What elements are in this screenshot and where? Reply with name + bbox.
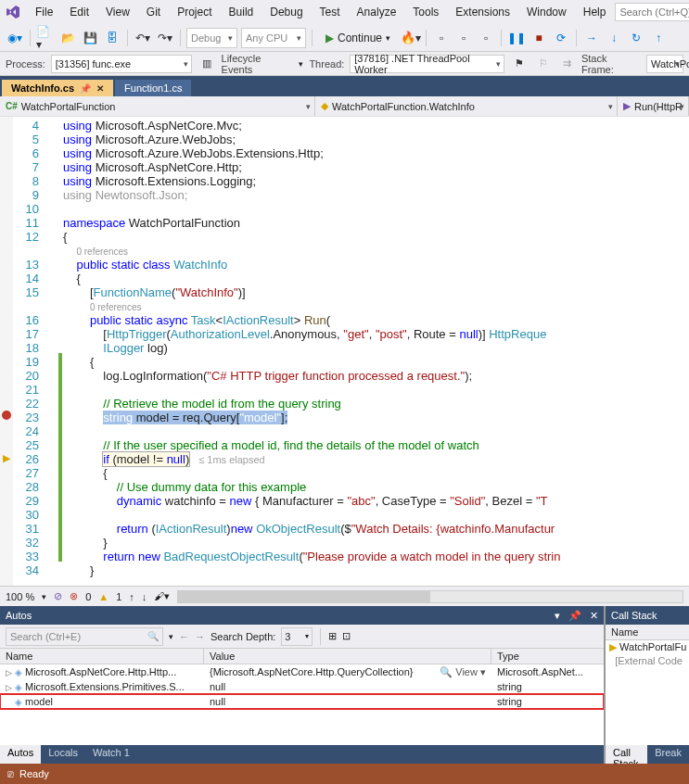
callstack-row[interactable]: ▶ WatchPortalFu <box>606 640 689 654</box>
tool-icon-3[interactable]: ▫ <box>477 29 495 47</box>
menu-bar: File Edit View Git Project Build Debug T… <box>0 0 689 24</box>
tool-icon[interactable]: ⊞ <box>328 630 337 642</box>
bottom-panel-area: Autos ▾ 📌 ✕ Search (Ctrl+E) ▾ ← → Search… <box>0 606 689 764</box>
autos-toolbar: Search (Ctrl+E) ▾ ← → Search Depth: 3▾ ⊞… <box>0 625 604 649</box>
nav-project-combo[interactable]: C# WatchPortalFunction <box>0 96 315 116</box>
tab-breakpoints[interactable]: Break <box>647 745 689 764</box>
autos-row[interactable]: ▷◈Microsoft.AspNetCore.Http.Http...{Micr… <box>0 664 604 679</box>
undo-icon[interactable]: ↶▾ <box>134 29 152 47</box>
nav-type-combo[interactable]: ◆ WatchPortalFunction.WatchInfo <box>315 96 618 116</box>
back-nav-icon[interactable]: ◉▾ <box>6 29 24 47</box>
col-value-header[interactable]: Value <box>204 649 491 664</box>
tab-watch1[interactable]: Watch 1 <box>85 745 137 764</box>
menu-tools[interactable]: Tools <box>405 3 446 21</box>
step-next-icon[interactable]: → <box>582 29 601 47</box>
pause-icon[interactable]: ❚❚ <box>507 29 526 47</box>
pin-icon[interactable]: 📌 <box>80 83 91 94</box>
tab-locals[interactable]: Locals <box>41 745 85 764</box>
col-type-header[interactable]: Type <box>491 649 604 664</box>
lifecycle-label: Lifecycle Events <box>222 53 294 75</box>
stop-icon[interactable]: ■ <box>530 29 548 47</box>
tab-callstack[interactable]: Call Stack <box>606 745 647 764</box>
solution-platform-combo[interactable]: Any CPU <box>241 28 306 48</box>
step-over-icon[interactable]: ↻ <box>627 29 645 47</box>
menu-extensions[interactable]: Extensions <box>448 3 517 21</box>
callstack-col-name[interactable]: Name <box>606 625 689 640</box>
zoom-level[interactable]: 100 % <box>6 591 34 602</box>
lifecycle-icon[interactable]: ▥ <box>198 55 216 73</box>
nav-down-icon[interactable]: ↓ <box>142 591 147 602</box>
close-icon[interactable]: ✕ <box>96 83 104 94</box>
autos-row[interactable]: ◈modelnullstring <box>0 694 604 709</box>
new-item-icon[interactable]: 📄▾ <box>36 29 55 47</box>
menu-debug[interactable]: Debug <box>262 3 310 21</box>
redo-icon[interactable]: ↷▾ <box>156 29 174 47</box>
pin-icon[interactable]: 📌 <box>568 610 581 621</box>
col-name-header[interactable]: Name <box>0 649 204 664</box>
flag-icon[interactable]: ⚑ <box>510 55 529 73</box>
tab-watchinfo[interactable]: WatchInfo.cs 📌 ✕ <box>2 80 113 96</box>
quick-launch-input[interactable] <box>615 3 689 21</box>
autos-search-placeholder: Search (Ctrl+E) <box>10 631 81 642</box>
horizontal-scrollbar[interactable] <box>177 590 683 603</box>
restart-icon[interactable]: ⟳ <box>552 29 570 47</box>
open-icon[interactable]: 📂 <box>58 29 77 47</box>
menu-analyze[interactable]: Analyze <box>350 3 404 21</box>
search-depth-input[interactable]: 3▾ <box>281 627 313 646</box>
tool-icon-2[interactable]: ▫ <box>454 29 473 47</box>
callstack-body[interactable]: Name ▶ WatchPortalFu [External Code <box>606 625 689 745</box>
error-count-icon[interactable]: ⊗ <box>70 590 78 602</box>
threads-icon[interactable]: ⚐ <box>534 55 553 73</box>
process-label: Process: <box>6 58 45 70</box>
tab-function1[interactable]: Function1.cs <box>115 80 191 96</box>
tool-icon-2[interactable]: ⊡ <box>342 630 351 642</box>
main-toolbar: ◉▾ 📄▾ 📂 💾 🗄 ↶▾ ↷▾ Debug Any CPU ▶ Contin… <box>0 24 689 52</box>
callstack-row[interactable]: [External Code <box>606 654 689 667</box>
autos-search-input[interactable]: Search (Ctrl+E) <box>6 627 163 646</box>
tab-label: WatchInfo.cs <box>11 82 74 94</box>
menu-help[interactable]: Help <box>576 3 614 21</box>
debug-location-toolbar: Process: [31356] func.exe ▥ Lifecycle Ev… <box>0 52 689 76</box>
chevron-down-icon: ▾ <box>386 33 390 43</box>
save-all-icon[interactable]: 🗄 <box>103 29 121 47</box>
continue-button[interactable]: ▶ Continue ▾ <box>318 28 398 48</box>
autos-row[interactable]: ▷◈Microsoft.Extensions.Primitives.S...nu… <box>0 679 604 694</box>
nav-member-combo[interactable]: ▶ Run(HttpR <box>618 96 689 116</box>
process-combo[interactable]: [31356] func.exe <box>51 55 192 73</box>
stackframe-combo[interactable]: WatchPo <box>646 55 683 73</box>
health-icon[interactable]: ⊘ <box>54 590 62 602</box>
close-icon[interactable]: ✕ <box>590 610 598 621</box>
step-out-icon[interactable]: ↑ <box>649 29 668 47</box>
menu-window[interactable]: Window <box>519 3 574 21</box>
save-icon[interactable]: 💾 <box>81 29 99 47</box>
menu-view[interactable]: View <box>98 3 137 21</box>
menu-git[interactable]: Git <box>139 3 168 21</box>
thread-combo[interactable]: [37816] .NET ThreadPool Worker <box>350 55 504 73</box>
tab-autos[interactable]: Autos <box>0 745 41 764</box>
menu-edit[interactable]: Edit <box>62 3 96 21</box>
callstack-tab-strip: Call Stack Break <box>606 745 689 764</box>
threads-icon-2[interactable]: ⇉ <box>557 55 576 73</box>
nav-fwd-icon[interactable]: → <box>195 631 205 642</box>
autos-header: Autos ▾ 📌 ✕ <box>0 606 604 625</box>
search-dropdown-icon[interactable]: ▾ <box>169 632 173 641</box>
menu-project[interactable]: Project <box>170 3 219 21</box>
error-count: 0 <box>85 591 91 602</box>
warning-count-icon[interactable]: ▲ <box>98 591 108 602</box>
autos-grid[interactable]: Name Value Type ▷◈Microsoft.AspNetCore.H… <box>0 649 604 745</box>
nav-up-icon[interactable]: ↑ <box>129 591 134 602</box>
brush-icon[interactable]: 🖌▾ <box>154 590 170 602</box>
step-into-icon[interactable]: ↓ <box>605 29 623 47</box>
code-editor[interactable]: ▶ 45678910111213141516171819202122232425… <box>0 117 689 586</box>
hot-reload-icon[interactable]: 🔥▾ <box>402 29 420 47</box>
editor-status-line: 100 %▾ ⊘ ⊗0 ▲1 ↑ ↓ 🖌▾ <box>0 586 689 606</box>
output-icon[interactable]: ⎚ <box>7 768 14 779</box>
solution-config-combo[interactable]: Debug <box>186 28 237 48</box>
menu-file[interactable]: File <box>28 3 60 21</box>
menu-test[interactable]: Test <box>313 3 348 21</box>
tool-icon[interactable]: ▫ <box>432 29 451 47</box>
nav-back-icon[interactable]: ← <box>179 631 189 642</box>
window-menu-icon[interactable]: ▾ <box>555 610 560 621</box>
menu-build[interactable]: Build <box>222 3 262 21</box>
document-tab-strip: WatchInfo.cs 📌 ✕ Function1.cs <box>0 76 689 96</box>
